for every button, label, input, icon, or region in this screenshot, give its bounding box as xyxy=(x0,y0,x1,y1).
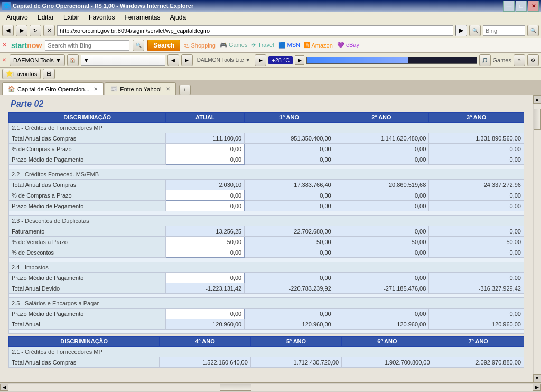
cell-value[interactable]: 0,00 xyxy=(166,247,245,258)
col-ano2: 2º ANO xyxy=(334,113,429,123)
cell-value[interactable]: 0,00 xyxy=(245,154,334,165)
cell-value[interactable]: 0,00 xyxy=(334,309,429,319)
parte-header: Parte 02 xyxy=(11,99,524,109)
scroll-up-arrow[interactable]: ▲ xyxy=(533,95,542,104)
menu-arquivo[interactable]: Arquivo xyxy=(2,13,32,22)
tab-yahoo[interactable]: 📰 Entre no Yahoo! ✕ xyxy=(105,82,176,95)
menu-favoritos[interactable]: Favoritos xyxy=(85,13,119,22)
daemon-action-btn2[interactable]: ▶ xyxy=(181,54,193,66)
ebay-link[interactable]: 💜 eBay xyxy=(337,42,359,49)
media-progress-bar[interactable] xyxy=(306,57,477,64)
bottom-cell-value: 2.092.970.880,00 xyxy=(433,357,524,368)
menu-exibir[interactable]: Exibir xyxy=(59,13,83,22)
section-header-row: 2.3 - Descontos de Duplicatas xyxy=(9,216,524,226)
search-button[interactable]: Search xyxy=(147,40,180,51)
cell-value[interactable]: 50,00 xyxy=(429,237,524,247)
media-controls: ▶ xyxy=(295,55,304,65)
cell-value[interactable]: 0,00 xyxy=(166,190,245,201)
cell-value[interactable]: 0,00 xyxy=(429,273,524,283)
menu-editar[interactable]: Editar xyxy=(33,13,58,22)
cell-value[interactable]: 0,00 xyxy=(245,273,334,283)
cell-value[interactable]: 0,00 xyxy=(245,144,334,154)
daemon-options-btn[interactable]: ▶ xyxy=(255,54,266,66)
cell-value: 13.256,25 xyxy=(166,226,245,237)
minimize-button[interactable]: — xyxy=(503,1,515,12)
games-link[interactable]: 🎮 Games xyxy=(220,42,248,49)
startnow-close-icon[interactable]: ✕ xyxy=(2,42,7,49)
close-button[interactable]: ✕ xyxy=(528,1,539,12)
h-scroll-track[interactable] xyxy=(8,384,533,391)
tab-capital-close[interactable]: ✕ xyxy=(94,86,98,92)
search-tools-button[interactable]: 🔍 xyxy=(469,25,481,36)
settings-btn[interactable]: ⚙ xyxy=(527,54,539,66)
daemon-drive-dropdown[interactable]: ▼ xyxy=(81,55,165,66)
more-options-btn[interactable]: » xyxy=(514,54,525,66)
bing-search-button[interactable]: 🔍 xyxy=(527,25,539,36)
cell-value[interactable]: 0,00 xyxy=(166,309,245,319)
amazon-link[interactable]: 🅰 Amazon xyxy=(304,42,333,49)
scroll-down-arrow[interactable]: ▼ xyxy=(533,374,542,382)
daemon-nav-button[interactable]: 🏠 xyxy=(67,54,79,66)
eq-button[interactable]: 🎵 xyxy=(479,54,491,66)
favorites-tabs-button[interactable]: ⊞ xyxy=(43,69,55,79)
cell-value: 111.100,00 xyxy=(166,133,245,144)
row-label: Total Anual das Compras xyxy=(9,133,166,144)
back-button[interactable]: ◀ xyxy=(2,25,14,36)
menu-ferramentas[interactable]: Ferramentas xyxy=(120,13,164,22)
scroll-thumb[interactable] xyxy=(534,109,541,130)
new-tab-button[interactable]: + xyxy=(179,85,191,95)
favorites-button[interactable]: ⭐ Favoritos xyxy=(2,69,41,79)
shopping-link[interactable]: 🛍 Shopping xyxy=(183,42,216,49)
cell-value[interactable]: 0,00 xyxy=(334,190,429,201)
cell-value[interactable]: 50,00 xyxy=(334,237,429,247)
menu-ajuda[interactable]: Ajuda xyxy=(165,13,190,22)
scroll-left-arrow[interactable]: ◀ xyxy=(0,384,8,391)
search-icon-btn[interactable]: 🔍 xyxy=(133,40,144,51)
h-scroll-thumb[interactable] xyxy=(220,384,251,391)
stop-button[interactable]: ✕ xyxy=(43,25,55,36)
forward-button[interactable]: ▶ xyxy=(16,25,27,36)
cell-value[interactable]: 0,00 xyxy=(245,201,334,211)
scroll-track[interactable] xyxy=(534,104,541,374)
table-row: % de Compras a Prazo0,000,000,000,00 xyxy=(9,190,524,201)
daemon-action-btn1[interactable]: ◀ xyxy=(167,54,179,66)
travel-link[interactable]: ✈ Travel xyxy=(251,42,274,49)
bing-search-input[interactable] xyxy=(483,25,525,36)
cell-value[interactable]: 0,00 xyxy=(166,144,245,154)
daemon-close-icon[interactable]: ✕ xyxy=(2,57,6,63)
daemon-tools-button[interactable]: DAEMON Tools ▼ xyxy=(10,54,65,66)
cell-value[interactable]: 0,00 xyxy=(245,309,334,319)
cell-value[interactable]: 0,00 xyxy=(245,247,334,258)
go-button[interactable]: ▶ xyxy=(455,25,467,36)
maximize-button[interactable]: □ xyxy=(516,1,527,12)
cell-value[interactable]: 0,00 xyxy=(166,154,245,165)
cell-value[interactable]: 0,00 xyxy=(166,201,245,211)
cell-value[interactable]: 0,00 xyxy=(334,154,429,165)
cell-value[interactable]: 0,00 xyxy=(429,201,524,211)
cell-value[interactable]: 0,00 xyxy=(245,190,334,201)
cell-value[interactable]: 0,00 xyxy=(429,247,524,258)
cell-value[interactable]: 50,00 xyxy=(245,237,334,247)
spacer-row xyxy=(9,294,524,298)
row-label: Total Anual xyxy=(9,319,166,330)
media-play-btn[interactable]: ▶ xyxy=(295,55,304,65)
cell-value[interactable]: 0,00 xyxy=(334,273,429,283)
cell-value[interactable]: 0,00 xyxy=(429,309,524,319)
cell-value[interactable]: 0,00 xyxy=(334,201,429,211)
tab-yahoo-close[interactable]: ✕ xyxy=(166,86,170,92)
vertical-scrollbar[interactable]: ▲ ▼ xyxy=(533,95,541,382)
tab-capital[interactable]: 🏠 Capital de Giro Operacion... ✕ xyxy=(2,82,104,95)
cell-value[interactable]: 0,00 xyxy=(429,144,524,154)
cell-value[interactable]: 0,00 xyxy=(429,190,524,201)
bing-search-box[interactable] xyxy=(45,40,129,51)
horizontal-scrollbar[interactable]: ◀ ▶ xyxy=(0,382,541,391)
cell-value[interactable]: 0,00 xyxy=(429,154,524,165)
msn-link[interactable]: 🟦 MSN xyxy=(278,42,301,49)
cell-value[interactable]: 0,00 xyxy=(166,273,245,283)
cell-value[interactable]: 0,00 xyxy=(334,144,429,154)
refresh-button[interactable]: ↻ xyxy=(30,25,41,36)
scroll-right-arrow[interactable]: ▶ xyxy=(533,384,541,391)
cell-value[interactable]: 50,00 xyxy=(166,237,245,247)
address-input[interactable] xyxy=(57,25,453,36)
cell-value[interactable]: 0,00 xyxy=(334,247,429,258)
